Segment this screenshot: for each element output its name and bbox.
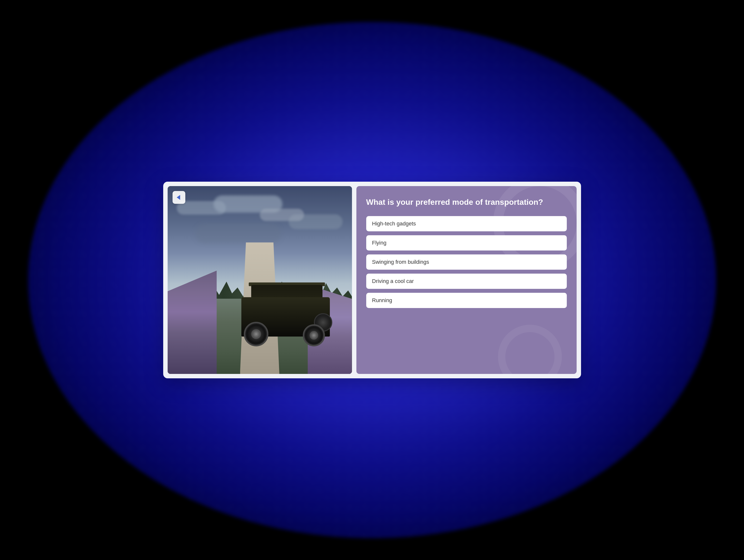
cloud-4	[195, 224, 281, 244]
option-swinging-from-buildings[interactable]: Swinging from buildings	[366, 254, 567, 270]
image-panel	[168, 186, 352, 374]
cloud-5	[260, 209, 304, 221]
back-arrow-icon	[177, 195, 180, 200]
back-button[interactable]	[173, 191, 185, 204]
options-list: High-tech gadgets Flying Swinging from b…	[366, 216, 567, 308]
wheel-front	[303, 324, 325, 346]
option-high-tech-gadgets[interactable]: High-tech gadgets	[366, 216, 567, 231]
car	[236, 277, 330, 351]
car-scene	[168, 186, 352, 374]
quiz-panel: What is your preferred mode of transport…	[357, 186, 576, 374]
option-driving-cool-car[interactable]: Driving a cool car	[366, 273, 567, 289]
option-running[interactable]: Running	[366, 293, 567, 308]
main-card: What is your preferred mode of transport…	[163, 182, 581, 378]
wheel-back	[244, 322, 268, 346]
option-flying[interactable]: Flying	[366, 235, 567, 251]
quiz-title: What is your preferred mode of transport…	[366, 197, 567, 208]
